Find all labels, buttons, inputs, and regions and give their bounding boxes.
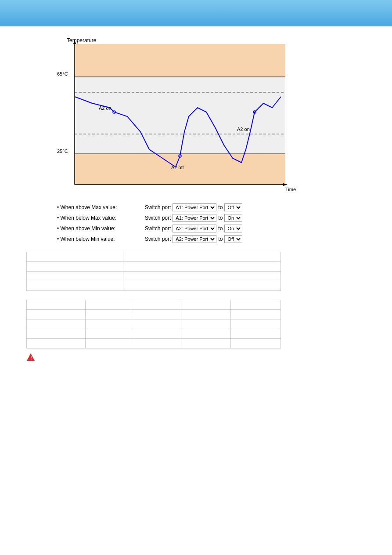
table-row [27,262,281,272]
control-row-2: • When below Max value: Switch port A1: … [57,214,379,222]
table-header-cell [131,300,181,310]
table-cell [231,339,281,348]
table-cell [86,310,131,319]
table-cell [181,339,231,348]
table-header-cell [27,300,86,310]
table-row [27,339,281,348]
chart-wrapper: Temperature 65°C 25°C [57,40,379,199]
table-cell [231,310,281,319]
table-cell [131,329,181,339]
header-bar [0,0,392,26]
table-cell [27,252,123,262]
svg-text:!: ! [30,355,32,360]
table-row [27,281,281,291]
table-cell [181,310,231,319]
to-label-3: to [218,225,223,232]
chart-svg: Time A2 on A2 off A2 on [70,40,298,198]
table-cell [86,329,131,339]
controls-section: • When above Max value: Switch port A1: … [57,203,379,243]
table-row [27,272,281,281]
table-cell [86,339,131,348]
switch-port-label-3: Switch port [145,225,171,232]
chart-title: Temperature [67,37,96,44]
table-row [27,310,281,319]
port-select-2[interactable]: A1: Power Port A2: Power Port [173,214,216,222]
control-row-3: • When above Min value: Switch port A2: … [57,225,379,232]
table-header-row [27,300,281,310]
table-cell [123,281,281,291]
port-select-4[interactable]: A2: Power Port A1: Power Port [173,235,216,243]
table-cell [27,272,123,281]
table-cell [123,272,281,281]
table-cell [27,329,86,339]
table-cell [231,329,281,339]
control-row-1: • When above Max value: Switch port A1: … [57,203,379,211]
table-cell [181,319,231,329]
to-label-2: to [218,215,223,221]
control-row-4: • When below Min value: Switch port A2: … [57,235,379,243]
table-1-section [26,252,281,291]
port-select-1[interactable]: A1: Power Port A2: Power Port [173,203,216,211]
control-inline-1: Switch port A1: Power Port A2: Power Por… [145,203,242,211]
y-label-65: 65°C [57,71,68,76]
to-label-4: to [218,236,223,242]
table-cell [131,319,181,329]
action-select-1[interactable]: Off On [224,203,242,211]
table-header-cell [231,300,281,310]
table-1 [26,252,281,291]
action-select-4[interactable]: Off On [224,235,242,243]
table-row [27,252,281,262]
table-cell [27,339,86,348]
control-label-2: • When below Max value: [57,215,145,221]
table-header-cell [86,300,131,310]
table-row [27,319,281,329]
switch-port-label-1: Switch port [145,204,171,210]
x-axis-label: Time [285,187,296,192]
warning-container: ! [26,353,366,363]
switch-port-label-4: Switch port [145,236,171,242]
table-cell [231,319,281,329]
control-inline-4: Switch port A2: Power Port A1: Power Por… [145,235,242,243]
main-content: Temperature 65°C 25°C [0,26,392,375]
y-label-25: 25°C [57,149,68,154]
table-cell [181,329,231,339]
label-a2-on-1: A2 on [99,105,111,111]
table-cell [27,319,86,329]
table-cell [27,262,123,272]
control-label-3: • When above Min value: [57,225,145,232]
table-cell [27,310,86,319]
port-select-3[interactable]: A2: Power Port A1: Power Port [173,225,216,232]
control-label-1: • When above Max value: [57,204,145,210]
switch-port-label-2: Switch port [145,215,171,221]
table-cell [86,319,131,329]
control-label-4: • When below Min value: [57,236,145,242]
table-cell [131,339,181,348]
table-cell [123,252,281,262]
action-select-2[interactable]: On Off [224,214,242,222]
table-cell [27,281,123,291]
action-select-3[interactable]: On Off [224,225,242,232]
table-header-cell [181,300,231,310]
table-row [27,329,281,339]
warning-icon: ! [26,353,35,362]
to-label-1: to [218,204,223,210]
table-cell [131,310,181,319]
control-inline-2: Switch port A1: Power Port A2: Power Por… [145,214,242,222]
control-inline-3: Switch port A2: Power Port A1: Power Por… [145,225,242,232]
table-2 [26,300,281,348]
table-2-section [26,300,281,348]
chart-top-zone [75,44,285,77]
label-a2-off: A2 off [171,165,184,170]
label-a2-on-2: A2 on [237,127,250,132]
table-cell [123,262,281,272]
